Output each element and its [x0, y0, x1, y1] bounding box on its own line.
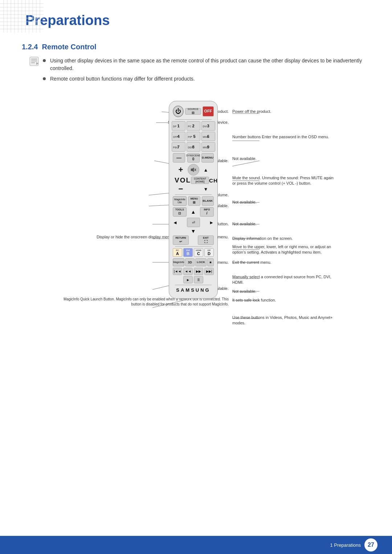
note-icon — [29, 56, 39, 66]
media-prev-button[interactable]: |◄◄ — [173, 268, 182, 275]
lock-button[interactable]: LOCK — [195, 258, 207, 266]
remote-container: Power on the product. Select a connected… — [54, 94, 338, 362]
num-9-button[interactable]: MNI9 — [201, 142, 215, 152]
footer-text: 1 Preparations — [330, 542, 361, 548]
label-display-info: Display information on the screen. — [232, 236, 293, 241]
svg-rect-20 — [31, 59, 37, 59]
media-pause-button[interactable]: II — [194, 276, 203, 283]
vol-minus-button[interactable]: − — [175, 185, 187, 193]
media-rw-button[interactable]: ◄◄ — [183, 268, 193, 275]
ch-up-button[interactable]: ▲ — [200, 168, 212, 172]
samsung-logo: SAMSUNG — [173, 287, 214, 293]
del-row: — DYNSCENE0 D.MENU — [173, 153, 214, 163]
input-a-button[interactable]: PCA — [173, 248, 182, 257]
vol-plus-button[interactable]: + — [175, 166, 187, 174]
label-not-available-ch: Not available. — [232, 200, 257, 205]
power-on-button[interactable]: ⏻ — [173, 106, 184, 117]
label-safe-lock: It sets safe lock function. — [232, 297, 276, 303]
vol-label: VOL — [175, 176, 191, 184]
svg-rect-22 — [31, 62, 35, 63]
label-not-available-dmenu: Not available. — [232, 156, 257, 161]
input-row: PCA DVIB HDMIC DPD — [173, 248, 214, 257]
diagonal-decoration — [0, 0, 44, 33]
ch-label: CH — [209, 177, 218, 184]
num-1-button[interactable]: DP1 — [172, 121, 185, 131]
note-text-1: Using other display devices in the same … — [50, 57, 370, 72]
info-button[interactable]: INFO i — [200, 207, 214, 217]
nav-right-button[interactable]: ► — [209, 220, 214, 225]
tools-row: TOOLS ⊡ ▲ INFO i — [173, 207, 214, 217]
input-b-button[interactable]: DVIB — [183, 248, 193, 257]
ch-down-button[interactable]: ▼ — [200, 187, 212, 192]
media-next-button[interactable]: ▶▶| — [204, 268, 214, 275]
nav-down-arrow[interactable]: ▼ — [191, 228, 196, 234]
nav-row: ◄ ⏎ ► — [173, 218, 214, 227]
num-3-button[interactable]: DVI3 — [201, 121, 215, 131]
minus-row: − ▼ — [173, 185, 214, 193]
input-d-button[interactable]: DPD — [204, 248, 214, 257]
dmenu-button[interactable]: D.MENU — [201, 153, 214, 163]
number-grid: DP1 PC2 DVI3 OFF4 PIP· 5 MNO6 — [173, 121, 214, 152]
svg-rect-21 — [31, 61, 37, 61]
label-use-media: Use these buttons in Videos, Photos, Mus… — [232, 315, 338, 326]
label-exit-menu: Exit the current menu. — [232, 260, 271, 265]
return-button[interactable]: RETURN↩ — [173, 235, 189, 245]
page-number: 27 — [364, 538, 377, 551]
section-header: 1.2.4 Remote Control — [22, 43, 370, 51]
svg-marker-47 — [191, 168, 194, 172]
3d-button[interactable]: 3D — [185, 258, 195, 266]
remote-top-row: ⏻ SOURCE ⊟ OFF — [173, 106, 214, 117]
header: Preparations — [0, 0, 392, 36]
plus-row: + ▲ — [173, 164, 214, 176]
label-mute-sound: Mute the sound. Unmuting the sound: Pres… — [232, 175, 338, 186]
num-8-button[interactable]: DEF8 — [187, 142, 200, 152]
note-item-1: Using other display devices in the same … — [29, 57, 370, 72]
main-content: 1.2.4 Remote Control Using other display… — [0, 36, 392, 384]
note-item-2: Remote control button functions may diff… — [43, 75, 370, 83]
num-6-button[interactable]: MNO6 — [201, 132, 215, 141]
num-7-button[interactable]: PBC7 — [172, 142, 185, 152]
content-home-button[interactable]: CONTENT[HOME] — [191, 177, 209, 184]
page-footer: 1 Preparations 27 — [0, 536, 392, 554]
magicinfo-button[interactable]: MagicInfo — [173, 258, 184, 266]
section-number-title: 1.2.4 Remote Control — [22, 43, 97, 51]
square-button[interactable]: ■ — [207, 258, 214, 266]
num-5-button[interactable]: PIP· 5 — [187, 132, 200, 141]
vol-ch-labels: VOL CONTENT[HOME] CH — [173, 176, 214, 185]
menu-button[interactable]: MENU ⊞ — [188, 196, 200, 206]
num-4-button[interactable]: OFF4 — [172, 132, 185, 141]
note-text-2: Remote control button functions may diff… — [50, 75, 195, 83]
divider-1 — [175, 119, 212, 120]
divider-4 — [175, 285, 212, 285]
nav-down-row: ▼ — [173, 228, 214, 234]
nav-left-button[interactable]: ◄ — [173, 220, 177, 225]
magicinfo-lite-button[interactable]: MagicInfoLite — [173, 196, 187, 206]
divider-2 — [175, 194, 212, 195]
label-not-available2: Not available. — [232, 289, 257, 294]
remote-control: ⏻ SOURCE ⊟ OFF DP1 — [169, 101, 218, 299]
page-title: Preparations — [25, 11, 370, 28]
mute-button[interactable] — [188, 164, 199, 176]
label-number-buttons: Number buttons Enter the password in the… — [232, 134, 329, 140]
label-move-nav: Move to the upper, lower, left or right … — [232, 244, 338, 255]
blank-button[interactable]: BLANK — [202, 196, 214, 206]
bullet-dot-2 — [43, 77, 46, 80]
tools-button[interactable]: TOOLS ⊡ — [173, 207, 187, 217]
del-button[interactable]: — — [173, 153, 185, 163]
media-row-1: |◄◄ ◄◄ ▶▶ ▶▶| — [173, 268, 214, 275]
media-row-2: ► II — [173, 276, 214, 283]
media-ff-button[interactable]: ▶▶ — [194, 268, 203, 275]
source-button[interactable]: SOURCE ⊟ — [185, 108, 201, 115]
bullet-dot — [43, 59, 46, 62]
magicinfo-3d-row: MagicInfo 3D LOCK ■ — [173, 258, 214, 266]
notes-container: Using other display devices in the same … — [29, 57, 370, 83]
nav-center-button[interactable]: ⏎ — [187, 218, 200, 227]
input-c-button[interactable]: HDMIC — [194, 248, 203, 257]
exit-button[interactable]: EXIT⛶ — [198, 235, 214, 245]
zero-button[interactable]: DYNSCENE0 — [187, 153, 200, 163]
off-button[interactable]: OFF — [203, 106, 214, 116]
media-play-button[interactable]: ► — [183, 276, 193, 283]
nav-up-arrow[interactable]: ▲ — [191, 209, 196, 215]
num-2-button[interactable]: PC2 — [187, 121, 200, 131]
label-manually-select: Manually select a connected input source… — [232, 274, 338, 286]
